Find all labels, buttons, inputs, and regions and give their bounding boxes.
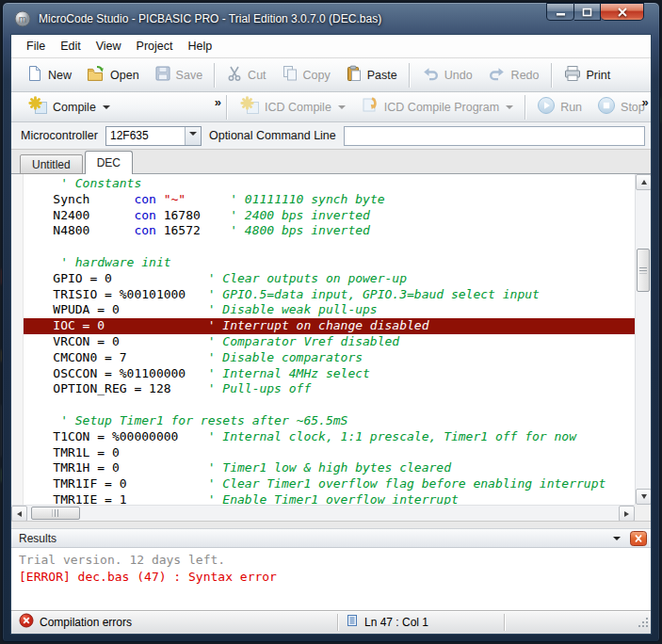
toolbar-overflow-chevron[interactable]: »	[215, 96, 221, 108]
menu-bar: File Edit View Project Help	[11, 35, 651, 58]
menu-view[interactable]: View	[89, 37, 129, 56]
code-segment	[156, 192, 164, 206]
save-button[interactable]: Save	[147, 62, 211, 89]
close-icon	[630, 531, 647, 546]
vertical-scrollbar[interactable]	[635, 174, 651, 505]
new-file-icon	[26, 65, 43, 86]
combo-dropdown-button[interactable]	[185, 127, 201, 145]
toolbar-separator	[214, 63, 215, 88]
code-segment	[186, 192, 230, 206]
minimize-button[interactable]	[546, 3, 574, 21]
vertical-scroll-thumb[interactable]	[637, 249, 650, 292]
close-button[interactable]	[601, 3, 644, 21]
code-line[interactable]: OSCCON = %01100000 ' Internal 4MHz selec…	[24, 366, 635, 382]
toolbar-overflow-chevron[interactable]: »	[642, 96, 649, 108]
results-close-button[interactable]	[630, 531, 647, 546]
scroll-down-button[interactable]	[636, 489, 651, 505]
scroll-left-button[interactable]	[11, 506, 27, 521]
results-dropdown-caret[interactable]	[613, 537, 621, 544]
code-segment: VRCON = 0	[24, 334, 208, 348]
icd-compile-program-icon	[361, 96, 379, 119]
code-line[interactable]: TMR1IE = 1 ' Enable Timer1 overflow inte…	[24, 492, 635, 505]
resize-grip[interactable]	[638, 615, 649, 632]
maximize-button[interactable]	[574, 3, 601, 21]
status-message-segment: Compilation errors	[11, 611, 337, 634]
code-line[interactable]: ' Constants	[24, 176, 635, 192]
code-line[interactable]: ' hardware init	[24, 255, 635, 271]
code-line[interactable]: WPUDA = 0 ' Disable weak pull-ups	[24, 302, 635, 318]
menu-file[interactable]: File	[19, 37, 53, 56]
code-segment: ' Setup Timer1 for resets after ~65.5mS	[24, 413, 347, 427]
icd-toolbar-section: ICD Compile ICD Compile Program Run Stop	[227, 92, 653, 121]
icd-compile-dropdown-caret	[338, 105, 346, 113]
code-segment: ' Internal 4MHz select	[208, 366, 370, 380]
code-segment: ' Timer1 low & high bytes cleared	[208, 460, 451, 475]
scroll-up-button[interactable]	[636, 174, 651, 190]
code-segment: WPUDA = 0	[24, 302, 208, 316]
scroll-right-button[interactable]	[619, 506, 635, 521]
undo-button[interactable]: Undo	[413, 62, 480, 89]
menu-edit[interactable]: Edit	[53, 37, 89, 56]
panel-splitter[interactable]	[11, 521, 651, 528]
cursor-position: Ln 47 : Col 1	[364, 616, 428, 629]
code-line[interactable]: N2400 con 16780 ' 2400 bps inverted	[24, 208, 635, 224]
horizontal-scrollbar[interactable]	[11, 505, 635, 521]
copy-button[interactable]: Copy	[274, 62, 338, 89]
open-folder-icon	[87, 65, 105, 86]
run-button[interactable]: Run	[529, 93, 589, 121]
toolbar-separator	[409, 63, 410, 88]
new-button[interactable]: New	[19, 62, 79, 89]
redo-button[interactable]: Redo	[480, 62, 547, 89]
results-title: Results	[19, 532, 57, 545]
command-line-input[interactable]	[344, 126, 645, 146]
print-button[interactable]: Print	[556, 62, 619, 89]
icd-compile-button[interactable]: ICD Compile	[233, 93, 353, 121]
code-segment: TMR1L = 0	[24, 445, 120, 459]
code-editor[interactable]: ' Constants Synch con "~" ' 01111110 syn…	[11, 174, 651, 521]
arrow-right-icon	[624, 511, 632, 517]
toolbar-separator	[525, 95, 525, 120]
code-segment: Synch	[24, 192, 134, 206]
status-bar: Compilation errors Ln 47 : Col 1	[11, 610, 651, 634]
code-line[interactable]: ' Setup Timer1 for resets after ~65.5mS	[24, 413, 635, 429]
code-line[interactable]: GPIO = 0 ' Clear outputs on power-up	[24, 271, 635, 287]
tab-untitled[interactable]: Untitled	[20, 154, 83, 174]
compile-button[interactable]: Compile	[21, 93, 118, 121]
cut-button[interactable]: Cut	[218, 62, 273, 89]
microcontroller-select[interactable]: 12F635	[105, 126, 202, 146]
code-segment: IOC = 0	[24, 318, 208, 332]
code-line-error-highlight[interactable]: IOC = 0 ' Interrupt on change disabled	[24, 318, 635, 334]
code-line[interactable]: CMCON0 = 7 ' Disable comparators	[24, 350, 635, 366]
code-segment: ' Clear outputs on power-up	[208, 271, 407, 285]
app-icon[interactable]: m	[14, 10, 31, 27]
code-line[interactable]: TMR1H = 0 ' Timer1 low & high bytes clea…	[24, 460, 635, 476]
code-segment: OSCCON = %01100000	[24, 366, 208, 380]
code-line[interactable]: OPTION_REG = 128 ' Pull-ups off	[24, 381, 635, 397]
maximize-icon	[582, 8, 592, 17]
code-line[interactable]: TMR1IF = 0 ' Clear Timer1 overflow flag …	[24, 476, 635, 492]
code-line[interactable]: TRISIO = %00101000 ' GPIO.5=data input, …	[24, 287, 635, 303]
code-segment: GPIO = 0	[24, 271, 208, 285]
code-line[interactable]: VRCON = 0 ' Comparator Vref disabled	[24, 334, 635, 350]
scrollbar-corner	[635, 505, 651, 521]
paste-button[interactable]: Paste	[338, 62, 405, 89]
icd-compile-icon	[240, 96, 260, 119]
tab-dec[interactable]: DEC	[85, 151, 133, 174]
copy-icon	[282, 65, 299, 86]
minimize-icon	[556, 8, 566, 16]
menu-project[interactable]: Project	[129, 37, 181, 56]
code-line[interactable]: T1CON = %00000000 ' Internal clock, 1:1 …	[24, 429, 635, 445]
trial-message: Trial version. 12 days left.	[19, 552, 643, 569]
code-line[interactable]	[24, 397, 635, 413]
horizontal-scroll-thumb[interactable]	[31, 507, 80, 520]
code-line[interactable]	[24, 239, 635, 255]
code-line[interactable]: Synch con "~" ' 01111110 synch byte	[24, 192, 635, 208]
code-line[interactable]: N4800 con 16572 ' 4800 bps inverted	[24, 223, 635, 239]
code-line[interactable]: TMR1L = 0	[24, 445, 635, 461]
open-button[interactable]: Open	[79, 62, 147, 89]
cursor-position-segment: Ln 47 : Col 1	[338, 611, 504, 634]
code-segment: OPTION_REG = 128	[24, 381, 208, 395]
icd-compile-program-button[interactable]: ICD Compile Program	[353, 93, 521, 121]
menu-help[interactable]: Help	[180, 37, 219, 56]
code-area[interactable]: ' Constants Synch con "~" ' 01111110 syn…	[11, 174, 635, 505]
